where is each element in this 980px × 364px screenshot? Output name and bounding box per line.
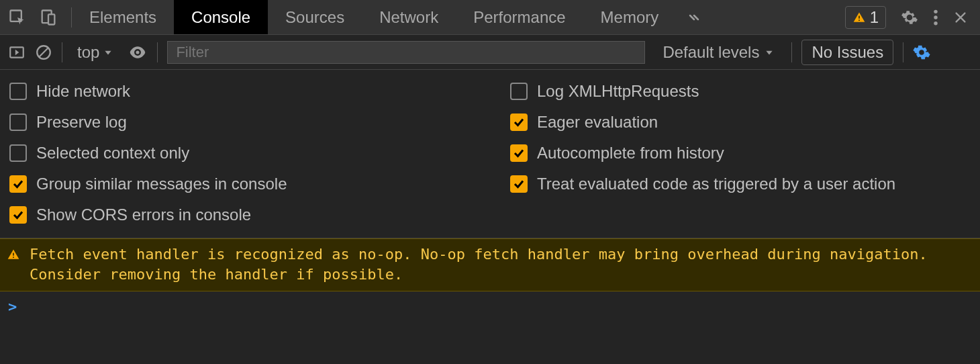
live-expression-icon[interactable] (128, 42, 148, 62)
checkbox-log-xhr[interactable] (510, 83, 528, 100)
checkbox-eager-eval[interactable] (510, 113, 528, 131)
checkbox-selected-ctx[interactable] (9, 144, 27, 162)
settings-gear-icon[interactable] (901, 9, 918, 26)
tab-sources[interactable]: Sources (268, 0, 362, 34)
console-settings: Hide network Log XMLHttpRequests Preserv… (0, 70, 980, 238)
checkbox-autocomplete[interactable] (510, 144, 528, 162)
kebab-menu-icon[interactable] (933, 9, 938, 26)
inspect-tools (0, 8, 71, 27)
label-log-xhr: Log XMLHttpRequests (537, 82, 699, 101)
warnings-badge[interactable]: 1 (845, 6, 886, 29)
divider (62, 42, 62, 62)
svg-rect-3 (859, 15, 860, 18)
svg-point-7 (934, 21, 937, 24)
opt-user-action: Treat evaluated code as triggered by a u… (510, 175, 971, 193)
warning-icon (7, 246, 20, 284)
toggle-sidebar-icon[interactable] (8, 44, 26, 61)
opt-hide-network: Hide network (9, 82, 470, 101)
issues-button[interactable]: No Issues (801, 40, 893, 65)
label-preserve-log: Preserve log (36, 113, 127, 132)
opt-group-similar: Group similar messages in console (9, 175, 470, 193)
checkbox-cors[interactable] (9, 206, 27, 224)
context-label: top (77, 43, 99, 62)
checkbox-group-similar[interactable] (9, 175, 27, 193)
device-toolbar-icon[interactable] (39, 8, 58, 27)
console-warning-row: Fetch event handler is recognized as no-… (0, 238, 980, 291)
label-eager-eval: Eager evaluation (537, 113, 658, 132)
log-levels-label: Default levels (663, 43, 759, 62)
svg-rect-4 (859, 19, 860, 21)
tab-console[interactable]: Console (174, 0, 268, 34)
log-levels-dropdown[interactable]: Default levels (654, 43, 782, 62)
divider (157, 42, 158, 62)
svg-rect-2 (48, 14, 54, 24)
label-cors: Show CORS errors in console (36, 206, 251, 224)
divider (791, 42, 792, 62)
toolbar-right: 1 (845, 6, 980, 29)
console-toolbar: top Default levels No Issues (0, 35, 980, 70)
inspect-element-icon[interactable] (8, 8, 27, 27)
opt-eager-eval: Eager evaluation (510, 113, 971, 132)
console-settings-gear-icon[interactable] (913, 44, 930, 61)
more-tabs-button[interactable] (676, 0, 711, 34)
clear-console-icon[interactable] (35, 44, 52, 61)
svg-point-10 (136, 50, 140, 54)
divider (903, 42, 903, 62)
label-selected-ctx: Selected context only (36, 144, 189, 163)
warnings-count: 1 (870, 8, 879, 27)
tab-network[interactable]: Network (362, 0, 456, 34)
opt-preserve-log: Preserve log (9, 113, 470, 132)
checkbox-hide-network[interactable] (9, 83, 27, 100)
label-hide-network: Hide network (36, 82, 130, 101)
panel-tabs: Elements Console Sources Network Perform… (72, 0, 711, 34)
opt-autocomplete: Autocomplete from history (510, 144, 971, 163)
filter-input[interactable] (167, 41, 645, 64)
opt-cors: Show CORS errors in console (9, 206, 470, 224)
tab-elements[interactable]: Elements (72, 0, 174, 34)
svg-rect-11 (13, 253, 14, 256)
svg-rect-12 (13, 257, 14, 258)
svg-point-6 (934, 15, 937, 19)
svg-point-5 (934, 9, 937, 13)
label-autocomplete: Autocomplete from history (537, 144, 724, 163)
prompt-chevron-icon: > (8, 298, 17, 315)
opt-selected-ctx: Selected context only (9, 144, 470, 163)
console-warning-text: Fetch event handler is recognized as no-… (30, 244, 971, 284)
label-group-similar: Group similar messages in console (36, 175, 287, 193)
close-devtools-icon[interactable] (953, 10, 968, 25)
context-selector[interactable]: top (72, 43, 118, 62)
opt-log-xhr: Log XMLHttpRequests (510, 82, 971, 101)
checkbox-preserve-log[interactable] (9, 113, 27, 131)
devtools-tabbar: Elements Console Sources Network Perform… (0, 0, 980, 35)
tab-memory[interactable]: Memory (583, 0, 677, 34)
checkbox-user-action[interactable] (510, 175, 528, 193)
console-prompt[interactable]: > (0, 291, 980, 322)
tab-performance[interactable]: Performance (456, 0, 583, 34)
label-user-action: Treat evaluated code as triggered by a u… (537, 175, 895, 193)
